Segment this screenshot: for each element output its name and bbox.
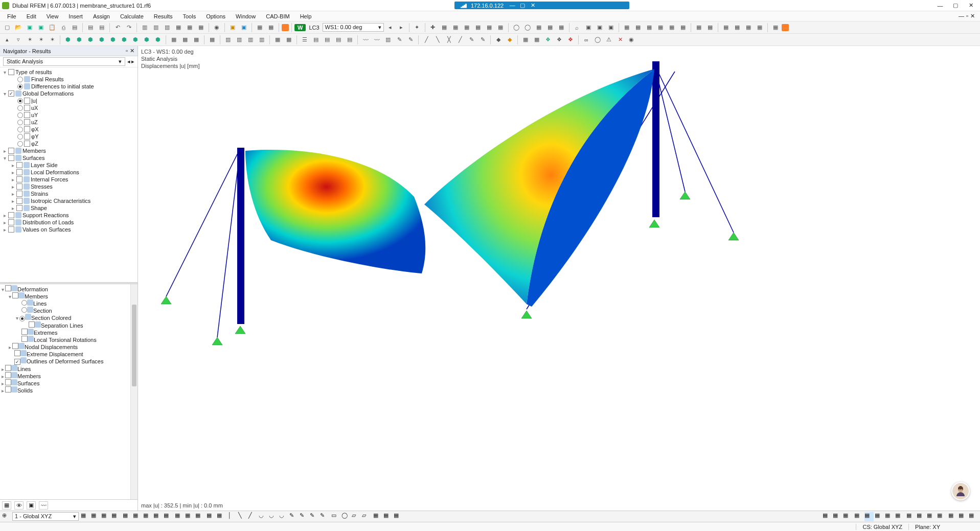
n5-icon[interactable]: ✎: [405, 35, 416, 45]
sb-draw4-icon[interactable]: ✎: [320, 512, 329, 521]
expand-icon[interactable]: ▸: [2, 213, 7, 218]
m3-icon[interactable]: ▤: [322, 35, 332, 45]
checkbox[interactable]: [12, 343, 18, 349]
q4-icon[interactable]: ❖: [554, 35, 564, 45]
checkbox[interactable]: [16, 183, 22, 190]
tool-d-icon[interactable]: ▦: [450, 22, 461, 33]
scrollbar[interactable]: [130, 284, 138, 499]
view-xz-icon[interactable]: ▦: [875, 512, 884, 521]
checkbox[interactable]: [8, 69, 14, 75]
h1-icon[interactable]: ▦: [169, 35, 179, 45]
analysis-type-combo[interactable]: Static Analysis ▾: [3, 57, 125, 66]
view-yz-icon[interactable]: ▦: [885, 512, 894, 521]
analysis-next-icon[interactable]: ▸: [131, 58, 134, 65]
sb3-icon[interactable]: ▦: [101, 512, 110, 521]
sb-arc3-icon[interactable]: ◡: [279, 512, 288, 521]
tree-label[interactable]: Members: [17, 373, 41, 379]
sb10-icon[interactable]: ▦: [175, 512, 184, 521]
expand-icon[interactable]: ▸: [0, 366, 5, 372]
menu-edit[interactable]: Edit: [22, 12, 40, 20]
print-icon[interactable]: ⎙: [58, 22, 69, 33]
radio[interactable]: [19, 316, 25, 321]
sb7-icon[interactable]: ▦: [143, 512, 152, 521]
tree-label[interactable]: Outlines of Deformed Surfaces: [27, 358, 103, 364]
r5-icon[interactable]: ◉: [626, 35, 636, 45]
res1-icon[interactable]: ◯: [511, 22, 521, 33]
menu-tools[interactable]: Tools: [178, 12, 200, 20]
remote-max-icon[interactable]: ▢: [518, 2, 527, 9]
checkbox[interactable]: [14, 359, 20, 365]
doc-close-icon[interactable]: ✕: [970, 13, 975, 19]
sb-line2-icon[interactable]: ╲: [238, 512, 247, 521]
sel5-icon[interactable]: ✶: [47, 35, 57, 45]
tree-label[interactable]: Local Torsional Rotations: [34, 337, 97, 343]
minimize-button[interactable]: —: [933, 1, 947, 10]
n3-icon[interactable]: ▥: [383, 35, 393, 45]
zoom4-icon[interactable]: ▣: [606, 22, 616, 33]
sb13-icon[interactable]: ▦: [207, 512, 216, 521]
checkbox[interactable]: [8, 155, 14, 161]
save-all-icon[interactable]: ▣: [36, 22, 46, 33]
color2-icon[interactable]: ▣: [239, 22, 249, 33]
checkbox[interactable]: [8, 219, 14, 225]
sb2-icon[interactable]: ▦: [91, 512, 100, 521]
j4-icon[interactable]: ▥: [257, 35, 267, 45]
doc1-icon[interactable]: ▤: [85, 22, 96, 33]
remote-close-icon[interactable]: ✕: [528, 2, 537, 9]
tree-label[interactable]: uZ: [31, 119, 38, 125]
tree-label[interactable]: Isotropic Characteristics: [31, 198, 90, 204]
checkbox[interactable]: [24, 98, 30, 104]
expand-icon[interactable]: ▸: [10, 177, 15, 182]
checkbox[interactable]: [16, 162, 22, 168]
misc2-icon[interactable]: ▦: [732, 22, 742, 33]
radio[interactable]: [21, 300, 27, 306]
checkbox[interactable]: [12, 292, 18, 298]
panel5-icon[interactable]: ▦: [185, 22, 195, 33]
filter2-icon[interactable]: ▦: [266, 22, 276, 33]
expand-icon[interactable]: ▾: [14, 315, 19, 321]
g8-icon[interactable]: ⬢: [142, 35, 152, 45]
m1-icon[interactable]: ☰: [300, 35, 310, 45]
misc1-icon[interactable]: ▦: [721, 22, 731, 33]
checkbox[interactable]: [8, 90, 14, 97]
results-tab-icon[interactable]: 〰: [39, 501, 48, 510]
expand-icon[interactable]: ▾: [0, 287, 5, 292]
checkbox[interactable]: [21, 336, 28, 342]
sb9-icon[interactable]: ▦: [164, 512, 173, 521]
tool-a-icon[interactable]: ✦: [412, 22, 422, 33]
tree-label[interactable]: Differences to initial state: [31, 83, 94, 89]
expand-icon[interactable]: ▸: [2, 220, 7, 225]
r4-icon[interactable]: ✕: [615, 35, 625, 45]
tree-label[interactable]: Separation Lines: [41, 322, 83, 329]
o3-icon[interactable]: ╳: [444, 35, 454, 45]
lc-prev-icon[interactable]: ◂: [385, 22, 395, 33]
checkbox[interactable]: [24, 119, 30, 125]
swatch-icon[interactable]: [282, 24, 289, 31]
sr12-icon[interactable]: ▦: [927, 512, 936, 521]
sr3-icon[interactable]: ▦: [843, 512, 852, 521]
clipboard-icon[interactable]: 📋: [47, 22, 57, 33]
sr14-icon[interactable]: ▦: [948, 512, 958, 521]
close-button[interactable]: ✕: [964, 1, 978, 10]
checkbox[interactable]: [5, 365, 11, 371]
tree-label[interactable]: Section Colored: [31, 315, 71, 321]
views-tab-icon[interactable]: ▣: [27, 501, 36, 510]
checkbox[interactable]: [5, 386, 11, 393]
sel2-icon[interactable]: ▿: [13, 35, 24, 45]
display-tab-icon[interactable]: 👁: [14, 501, 24, 510]
tree-label[interactable]: Strains: [31, 191, 48, 197]
tree-label[interactable]: Extremes: [34, 330, 57, 336]
expand-icon[interactable]: ▾: [2, 70, 7, 75]
tree-label[interactable]: Local Deformations: [31, 169, 79, 175]
o1-icon[interactable]: ╱: [421, 35, 431, 45]
tree-label[interactable]: Solids: [17, 387, 33, 394]
misc3-icon[interactable]: ▦: [743, 22, 754, 33]
tree-label[interactable]: Lines: [33, 301, 47, 307]
sel4-icon[interactable]: ✶: [36, 35, 46, 45]
q5-icon[interactable]: ❖: [565, 35, 576, 45]
o4-icon[interactable]: ╱: [455, 35, 465, 45]
color1-icon[interactable]: ▣: [227, 22, 238, 33]
radio[interactable]: [21, 307, 27, 313]
data-tab-icon[interactable]: ▦: [2, 501, 11, 510]
sb-draw3-icon[interactable]: ✎: [310, 512, 319, 521]
